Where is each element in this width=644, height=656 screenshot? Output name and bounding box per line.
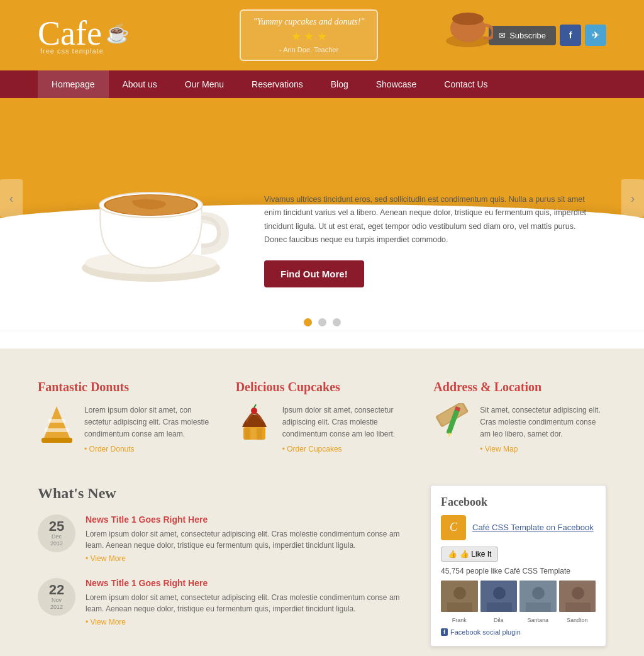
slider-next-button[interactable]: ›: [621, 179, 644, 217]
slider-dot-2[interactable]: [318, 318, 326, 326]
svg-point-30: [532, 587, 545, 599]
nav-item-homepage[interactable]: Homepage: [38, 70, 109, 98]
nav-item-reservations[interactable]: Reservations: [238, 70, 317, 98]
feature-cupcakes-title: Delicious Cupcakes: [236, 380, 409, 394]
testimonial-author: - Ann Doe, Teacher: [253, 46, 365, 53]
feature-donuts-title: Fantastic Donuts: [38, 380, 211, 394]
fb-name-3: Santana: [519, 617, 557, 623]
view-map-link[interactable]: View Map: [480, 445, 606, 453]
nav-item-showcase[interactable]: Showcase: [362, 70, 431, 98]
facebook-widget: Facebook C Café CSS Template on Facebook…: [430, 485, 606, 647]
feature-donuts-text: Lorem ipsum dolor sit amet, con sectetur…: [84, 404, 211, 441]
svg-point-2: [452, 13, 484, 25]
main-nav: Homepage About us Our Menu Reservations …: [0, 70, 644, 98]
twitter-button[interactable]: ✈: [585, 25, 606, 46]
facebook-sidebar: Facebook C Café CSS Template on Facebook…: [430, 485, 606, 647]
feature-cupcakes-text: Ipsum dolor sit amet, consectetur adipis…: [282, 404, 409, 441]
facebook-thumb-1: [441, 581, 478, 612]
facebook-like-button[interactable]: 👍 👍 Like It: [441, 547, 498, 562]
feature-cupcakes-content: Ipsum dolor sit amet, consectetur adipis…: [236, 404, 409, 453]
facebook-names: Frank Dila Santana Sandton: [441, 617, 596, 623]
logo: Cafe ☕: [38, 16, 129, 50]
news-date-badge-1: 25 Dec2012: [38, 514, 75, 552]
svg-rect-11: [48, 419, 65, 423]
order-donuts-link[interactable]: Order Donuts: [84, 445, 211, 453]
hero-slider: ‹: [0, 98, 644, 348]
news-date-badge-2: 22 Nov2012: [38, 578, 75, 616]
coffee-cup-hero: [63, 117, 239, 293]
cupcake-icon: [236, 404, 274, 442]
svg-rect-13: [245, 428, 250, 440]
fb-name-1: Frank: [441, 617, 478, 623]
nav-link-menu[interactable]: Our Menu: [171, 70, 238, 98]
svg-point-16: [251, 408, 257, 414]
facebook-page-row: C Café CSS Template on Facebook: [441, 515, 596, 540]
features-grid: Fantastic Donuts Lorem ipsum dolor sit a…: [38, 380, 606, 453]
svg-rect-15: [257, 428, 262, 440]
feature-location-text-area: Sit amet, consectetur adipiscing elit. C…: [480, 404, 606, 453]
hero-image-area: [50, 117, 252, 293]
hero-text-area: Amazing Coffee & Delicious Cupcakes Viva…: [264, 123, 594, 287]
svg-rect-10: [45, 428, 69, 432]
facebook-page-link[interactable]: Café CSS Template on Facebook: [472, 523, 594, 532]
facebook-button[interactable]: f: [560, 25, 581, 46]
facebook-thumb-3: [519, 581, 557, 612]
feature-donuts-content: Lorem ipsum dolor sit amet, con sectetur…: [38, 404, 211, 453]
testimonial-quote: "Yummy cupcakes and donuts!": [253, 17, 365, 27]
nav-link-blog[interactable]: Blog: [317, 70, 362, 98]
news-title-2: News Title 1 Goes Right Here: [86, 578, 405, 588]
fb-name-2: Dila: [480, 617, 518, 623]
header-actions: ✉ Subscribe f ✈: [489, 25, 606, 46]
nav-link-reservations[interactable]: Reservations: [238, 70, 317, 98]
nav-item-about[interactable]: About us: [109, 70, 171, 98]
nav-link-homepage[interactable]: Homepage: [38, 70, 109, 98]
whats-new-section: What's New 25 Dec2012 News Title 1 Goes …: [0, 479, 644, 656]
nav-item-contact[interactable]: Contact Us: [430, 70, 501, 98]
facebook-plugin-label: f Facebook social plugin: [441, 628, 596, 636]
coffee-cup-icon: ☕: [106, 24, 129, 43]
news-text-2: Lorem ipsum dolor sit amet, consectetur …: [86, 592, 405, 614]
nav-link-about[interactable]: About us: [109, 70, 171, 98]
feature-donuts-text-area: Lorem ipsum dolor sit amet, con sectetur…: [84, 404, 211, 453]
news-body-1: News Title 1 Goes Right Here Lorem ipsum…: [86, 514, 405, 563]
news-body-2: News Title 1 Goes Right Here Lorem ipsum…: [86, 578, 405, 626]
svg-rect-34: [565, 603, 591, 612]
svg-rect-31: [526, 603, 551, 612]
fb-name-4: Sandton: [559, 617, 596, 623]
feature-location-title: Address & Location: [433, 380, 606, 394]
news-text-1: Lorem ipsum dolor sit amet, consectetur …: [86, 528, 405, 551]
feature-donuts: Fantastic Donuts Lorem ipsum dolor sit a…: [38, 380, 211, 453]
order-cupcakes-link[interactable]: Order Cupcakes: [282, 445, 409, 453]
news-link-2[interactable]: View More: [86, 618, 405, 626]
nav-item-menu[interactable]: Our Menu: [171, 70, 238, 98]
facebook-thumb-2: [480, 581, 518, 612]
svg-point-33: [572, 587, 584, 599]
find-out-more-button[interactable]: Find Out More!: [264, 260, 364, 287]
facebook-thumb-4: [559, 581, 596, 612]
coffee-cup-decoration: [443, 6, 493, 50]
subscribe-button[interactable]: ✉ Subscribe: [489, 26, 556, 45]
nav-link-showcase[interactable]: Showcase: [362, 70, 431, 98]
facebook-count: 45,754 people like Café CSS Template: [441, 567, 596, 575]
svg-point-24: [453, 587, 466, 599]
nav-item-blog[interactable]: Blog: [317, 70, 362, 98]
svg-rect-25: [447, 603, 472, 612]
facebook-thumbnails: [441, 581, 596, 612]
feature-location-content: Sit amet, consectetur adipiscing elit. C…: [433, 404, 606, 453]
slider-dot-1[interactable]: [304, 318, 312, 326]
feature-location-text: Sit amet, consectetur adipiscing elit. C…: [480, 404, 606, 441]
feature-cupcakes-text-area: Ipsum dolor sit amet, consectetur adipis…: [282, 404, 409, 453]
logo-subtitle: free css template: [38, 47, 129, 55]
news-title-1: News Title 1 Goes Right Here: [86, 514, 405, 525]
whats-new-title: What's New: [38, 485, 405, 502]
slider-prev-button[interactable]: ‹: [0, 179, 23, 217]
twitter-icon: ✈: [592, 30, 599, 40]
slider-dot-3[interactable]: [333, 318, 341, 326]
news-link-1[interactable]: View More: [86, 554, 405, 563]
logo-text: Cafe: [38, 16, 102, 50]
svg-line-17: [254, 404, 256, 408]
svg-rect-28: [487, 603, 512, 612]
nav-link-contact[interactable]: Contact Us: [430, 70, 501, 98]
hero-body: Vivamus ultrices tincidunt eros, sed sol…: [264, 193, 594, 247]
mail-icon: ✉: [499, 31, 506, 40]
